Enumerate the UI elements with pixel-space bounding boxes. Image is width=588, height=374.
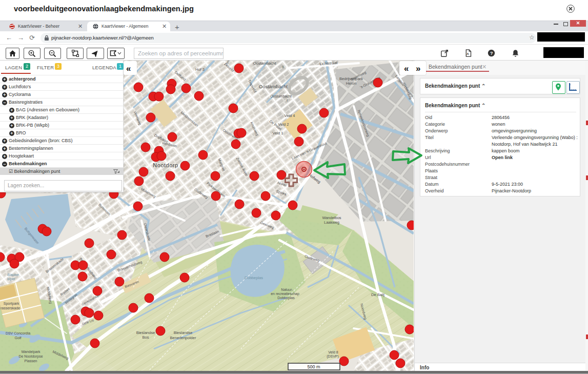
svg-text:?: ?: [490, 51, 493, 56]
svg-text:Veld 1: Veld 1: [273, 131, 283, 135]
svg-text:Wandelbos: Wandelbos: [322, 215, 341, 220]
svg-text:Bieslandse: Bieslandse: [174, 330, 193, 335]
svg-text:Blauwe: Blauwe: [7, 273, 19, 277]
svg-text:Dobbeplas: Dobbeplas: [245, 275, 263, 280]
svg-text:Laakweg: Laakweg: [324, 220, 339, 225]
svg-text:(DSVP): (DSVP): [327, 355, 339, 359]
svg-text:Dobbeplas: Dobbeplas: [277, 296, 295, 300]
svg-text:Nootdorp: Nootdorp: [153, 162, 178, 168]
svg-text:Hof 3: Hof 3: [195, 67, 205, 72]
svg-text:en recreatieschap: en recreatieschap: [271, 292, 299, 296]
svg-text:Wandelpark: Wandelpark: [21, 350, 40, 354]
svg-text:DSV Concordia: DSV Concordia: [6, 331, 30, 335]
svg-text:Natuur-: Natuur-: [281, 288, 293, 291]
svg-text:Oostambacht: Oostambacht: [270, 94, 292, 98]
svg-text:Veld 4: Veld 4: [285, 113, 295, 118]
svg-text:loper: loper: [7, 277, 15, 281]
svg-text:Oostambacht: Oostambacht: [259, 84, 288, 89]
svg-text:De Nootdorpse: De Nootdorpse: [18, 355, 43, 359]
svg-text:Plassen: Plassen: [25, 359, 37, 363]
svg-text:A: A: [467, 52, 469, 55]
svg-text:500 m: 500 m: [307, 364, 320, 369]
svg-text:Veld 2: Veld 2: [278, 122, 289, 127]
svg-text:Golf: Golf: [15, 336, 22, 340]
svg-text:Sportpark: Sportpark: [4, 302, 19, 306]
svg-text:II: II: [282, 65, 284, 69]
svg-text:Veld 8: Veld 8: [328, 350, 338, 354]
svg-text:De Balij: De Balij: [371, 292, 384, 297]
svg-text:I: I: [287, 99, 288, 102]
svg-text:Benedenpolder: Benedenpolder: [170, 336, 196, 340]
svg-text:Bos: Bos: [143, 335, 149, 340]
svg-text:Oostambacht: Oostambacht: [253, 61, 277, 66]
svg-text:Heron: Heron: [346, 81, 356, 86]
svg-text:Bieslandse: Bieslandse: [136, 330, 155, 335]
svg-text:rasserskade: rasserskade: [1, 306, 20, 310]
